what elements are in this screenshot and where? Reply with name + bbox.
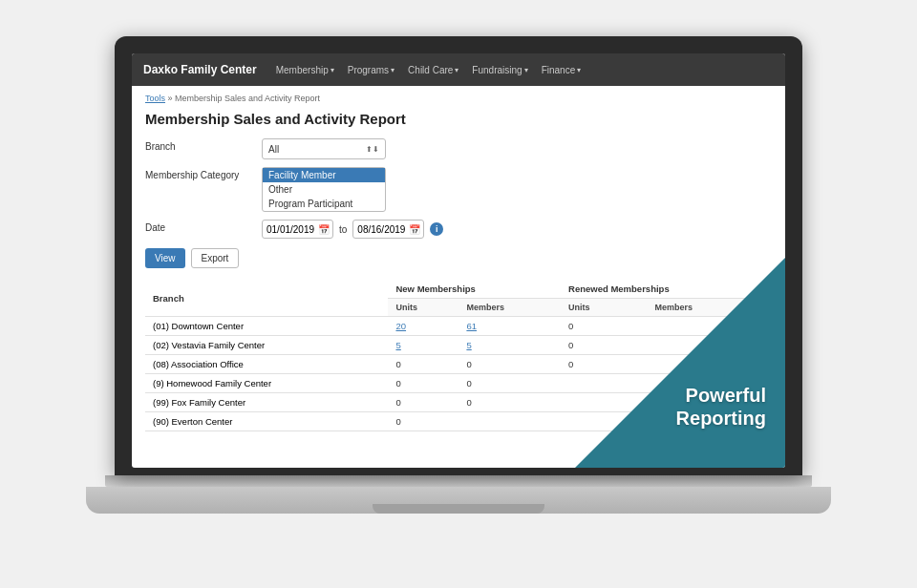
cell-new-units[interactable]: 20: [388, 317, 458, 336]
nav-membership[interactable]: Membership ▾: [276, 65, 334, 75]
report-form: Branch All ⬆⬇ Membership Category Facili…: [145, 138, 772, 239]
col-header-renewed: Renewed Memberships: [561, 280, 772, 299]
cell-new-units[interactable]: 5: [388, 336, 458, 355]
cell-new-units: 0: [388, 374, 458, 393]
calendar-to-icon[interactable]: 📅: [409, 224, 420, 235]
date-to-input[interactable]: 08/16/2019 📅: [352, 220, 424, 239]
nav-childcare-arrow: ▾: [455, 66, 458, 74]
breadcrumb-link[interactable]: Tools: [145, 94, 165, 103]
cell-renewed-units: 0: [561, 355, 647, 374]
cell-branch: (90) Everton Center: [145, 412, 388, 431]
table-row: (9) Homewood Family Center00: [145, 374, 772, 393]
cell-new-members: 0: [458, 355, 561, 374]
cell-branch: (02) Vestavia Family Center: [145, 336, 388, 355]
cell-new-members: 0: [458, 393, 561, 412]
cell-branch: (99) Fox Family Center: [145, 393, 388, 412]
breadcrumb: Tools » Membership Sales and Activity Re…: [145, 94, 772, 103]
screen: Daxko Family Center Membership ▾ Program…: [132, 53, 785, 468]
cell-renewed-units: [561, 393, 647, 412]
cell-renewed-members: [648, 336, 772, 355]
branch-label: Branch: [145, 138, 250, 152]
listbox-item-program[interactable]: Program Participant: [263, 197, 385, 211]
nav-programs[interactable]: Programs ▾: [348, 65, 395, 75]
view-button[interactable]: View: [145, 248, 185, 268]
cell-renewed-units: [561, 374, 647, 393]
membership-listbox[interactable]: Facility Member Other Program Participan…: [262, 167, 386, 212]
col-header-new: New Memberships: [388, 280, 561, 299]
date-label: Date: [145, 220, 250, 233]
cell-new-members[interactable]: 5: [458, 336, 561, 355]
branch-select-arrow: ⬆⬇: [366, 145, 379, 154]
cell-renewed-members: [648, 412, 772, 431]
export-button[interactable]: Export: [191, 248, 240, 268]
cell-renewed-units: 0: [561, 317, 647, 336]
cell-renewed-members: [648, 393, 772, 412]
laptop-base: [86, 487, 831, 514]
table-row: (02) Vestavia Family Center550: [145, 336, 772, 355]
cell-branch: (01) Downtown Center: [145, 317, 388, 336]
cell-new-members: [458, 412, 561, 431]
sub-new-members: Members: [458, 299, 561, 317]
listbox-item-facility[interactable]: Facility Member: [263, 168, 385, 182]
table-row: (90) Everton Center0: [145, 412, 772, 431]
nav-programs-arrow: ▾: [391, 66, 395, 74]
main-content: Tools » Membership Sales and Activity Re…: [132, 86, 785, 468]
app-logo: Daxko Family Center: [143, 63, 257, 76]
nav-childcare[interactable]: Child Care ▾: [408, 65, 458, 75]
sub-renewed-units: Units: [561, 299, 647, 317]
cell-renewed-members: [648, 317, 772, 336]
cell-new-units: 0: [388, 393, 458, 412]
cell-renewed-members: [648, 355, 772, 374]
cell-renewed-units: [561, 412, 647, 431]
screen-bezel: Daxko Family Center Membership ▾ Program…: [115, 36, 802, 475]
cell-branch: (08) Association Office: [145, 355, 388, 374]
date-range: 01/01/2019 📅 to 08/16/2019 📅 i: [262, 220, 443, 239]
app-header: Daxko Family Center Membership ▾ Program…: [132, 53, 785, 86]
listbox-item-other[interactable]: Other: [263, 182, 385, 197]
calendar-from-icon[interactable]: 📅: [318, 224, 330, 235]
table-row: (99) Fox Family Center00: [145, 393, 772, 412]
nav-fundraising[interactable]: Fundraising ▾: [472, 65, 527, 75]
cell-renewed-members: [648, 374, 772, 393]
cell-new-units: 0: [388, 355, 458, 374]
branch-select[interactable]: All ⬆⬇: [262, 138, 386, 159]
date-connector: to: [339, 224, 347, 235]
nav-menu: Membership ▾ Programs ▾ Child Care ▾ Fun…: [276, 65, 581, 75]
sub-renewed-members: Members: [648, 299, 772, 317]
nav-finance-arrow: ▾: [577, 66, 581, 74]
nav-finance[interactable]: Finance ▾: [542, 65, 582, 75]
membership-category-label: Membership Category: [145, 167, 250, 180]
table-row: (08) Association Office000: [145, 355, 772, 374]
col-header-branch: Branch: [145, 280, 388, 317]
nav-fundraising-arrow: ▾: [524, 66, 528, 74]
info-icon[interactable]: i: [430, 222, 443, 236]
report-table: Branch New Memberships Renewed Membershi…: [145, 280, 772, 431]
nav-membership-arrow: ▾: [331, 66, 334, 74]
date-from-input[interactable]: 01/01/2019 📅: [262, 220, 333, 239]
laptop-container: Daxko Family Center Membership ▾ Program…: [86, 36, 831, 552]
table-row: (01) Downtown Center20610: [145, 317, 772, 336]
sub-new-units: Units: [388, 299, 458, 317]
page-title: Membership Sales and Activity Report: [145, 111, 772, 127]
date-row: Date 01/01/2019 📅 to 08/16/2019 📅: [145, 220, 772, 239]
branch-row: Branch All ⬆⬇: [145, 138, 772, 159]
laptop-hinge: [105, 475, 812, 487]
cell-branch: (9) Homewood Family Center: [145, 374, 388, 393]
cell-new-members[interactable]: 61: [458, 317, 561, 336]
cell-renewed-units: 0: [561, 336, 647, 355]
cell-new-units: 0: [388, 412, 458, 431]
cell-new-members: 0: [458, 374, 561, 393]
button-row: View Export: [145, 248, 772, 268]
membership-category-row: Membership Category Facility Member Othe…: [145, 167, 772, 212]
